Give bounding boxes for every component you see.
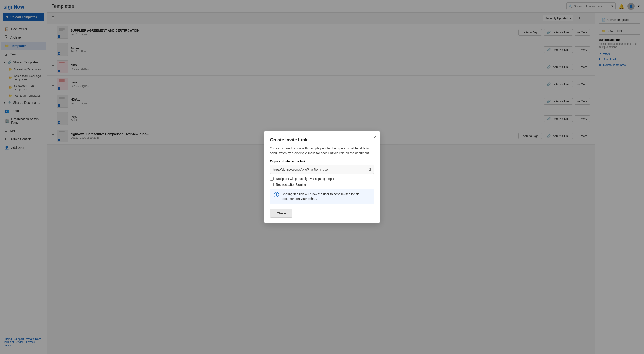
modal-actions: Close: [270, 209, 374, 218]
info-icon: i: [274, 192, 279, 197]
guest-sign-label: Recipient will guest sign via signing st…: [276, 177, 334, 181]
redirect-checkbox-row: Redirect after Signing: [270, 183, 374, 186]
redirect-label: Redirect after Signing: [276, 183, 306, 186]
modal-description: You can share this link with multiple pe…: [270, 146, 374, 156]
modal-overlay[interactable]: ✕ Create Invite Link You can share this …: [0, 0, 644, 354]
copy-icon: ⧉: [368, 167, 371, 171]
modal-link-input-row: ⧉: [270, 165, 374, 174]
modal-title: Create Invite Link: [270, 137, 374, 143]
modal-close-button[interactable]: ✕: [373, 135, 377, 140]
copy-link-button[interactable]: ⧉: [366, 165, 374, 174]
modal-link-input[interactable]: [270, 166, 366, 173]
modal-info-text: Sharing this link will allow the user to…: [282, 192, 370, 201]
guest-sign-checkbox[interactable]: [270, 177, 274, 181]
guest-sign-checkbox-row: Recipient will guest sign via signing st…: [270, 177, 374, 181]
redirect-checkbox[interactable]: [270, 183, 274, 186]
create-invite-link-modal: ✕ Create Invite Link You can share this …: [264, 131, 380, 223]
modal-info-box: i Sharing this link will allow the user …: [270, 189, 374, 204]
modal-close-action-button[interactable]: Close: [270, 209, 292, 218]
modal-link-section: Copy and share the link ⧉: [270, 160, 374, 174]
modal-link-label: Copy and share the link: [270, 160, 374, 163]
